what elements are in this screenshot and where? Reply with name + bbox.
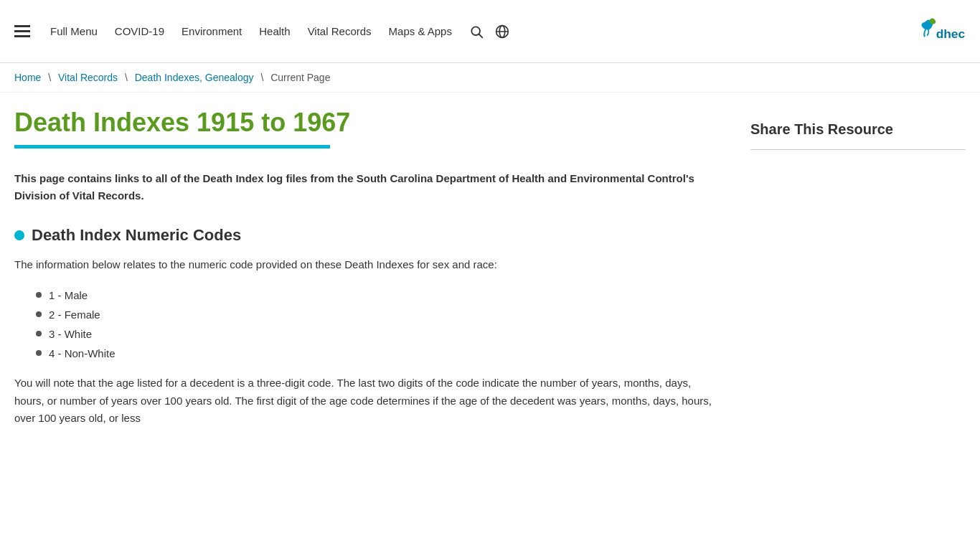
main-column: Death Indexes 1915 to 1967 This page con…: [14, 107, 750, 439]
share-title: Share This Resource: [750, 114, 966, 138]
site-header: Full Menu COVID-19 Environment Health Vi…: [0, 0, 980, 63]
svg-text:dhec: dhec: [936, 26, 966, 40]
list-item: 4 - Non-White: [36, 344, 722, 363]
nav-health[interactable]: Health: [259, 25, 290, 37]
breadcrumb-sep-2: \: [125, 72, 128, 83]
nav-covid19[interactable]: COVID-19: [115, 25, 164, 37]
nav-environment[interactable]: Environment: [182, 25, 242, 37]
nav-icons-group: [469, 24, 509, 39]
full-menu-link[interactable]: Full Menu: [50, 25, 98, 37]
globe-icon: [495, 24, 509, 39]
list-item: 2 - Female: [36, 305, 722, 324]
breadcrumb-vital-records[interactable]: Vital Records: [58, 72, 118, 83]
breadcrumb: Home \ Vital Records \ Death Indexes, Ge…: [0, 63, 980, 93]
breadcrumb-sep-3: \: [260, 72, 263, 83]
section-heading: Death Index Numeric Codes: [14, 226, 722, 245]
numeric-codes-list: 1 - Male 2 - Female 3 - White 4 - Non-Wh…: [36, 286, 722, 363]
hamburger-menu-icon[interactable]: [14, 25, 30, 37]
svg-line-1: [479, 34, 483, 37]
breadcrumb-sep-1: \: [48, 72, 51, 83]
nav-left: Full Menu COVID-19 Environment Health Vi…: [14, 24, 908, 39]
list-item-text: 4 - Non-White: [49, 344, 116, 363]
globe-button[interactable]: [495, 24, 509, 39]
section-dot-icon: [14, 230, 24, 240]
page-title: Death Indexes 1915 to 1967: [14, 107, 722, 138]
footer-body-text: You will note that the age listed for a …: [14, 375, 722, 428]
search-icon: [469, 24, 484, 39]
list-item: 3 - White: [36, 324, 722, 344]
breadcrumb-current: Current Page: [270, 72, 330, 83]
title-underline: [14, 145, 330, 149]
nav-vital-records[interactable]: Vital Records: [308, 25, 372, 37]
list-item-text: 1 - Male: [49, 286, 88, 305]
section-title: Death Index Numeric Codes: [32, 226, 241, 245]
list-item-text: 3 - White: [49, 324, 92, 344]
page-content: Death Indexes 1915 to 1967 This page con…: [0, 93, 980, 468]
logo-area[interactable]: dhec: [908, 10, 966, 53]
breadcrumb-death-indexes-genealogy[interactable]: Death Indexes, Genealogy: [135, 72, 254, 83]
list-item-text: 2 - Female: [49, 305, 100, 324]
search-button[interactable]: [469, 24, 484, 39]
sidebar: Share This Resource: [750, 107, 966, 439]
list-item: 1 - Male: [36, 286, 722, 305]
breadcrumb-home[interactable]: Home: [14, 72, 41, 83]
nav-maps-apps[interactable]: Maps & Apps: [389, 25, 452, 37]
intro-text: This page contains links to all of the D…: [14, 170, 722, 204]
share-divider: [750, 149, 966, 150]
section-body-text: The information below relates to the num…: [14, 256, 722, 274]
dhec-logo: dhec: [908, 10, 966, 53]
